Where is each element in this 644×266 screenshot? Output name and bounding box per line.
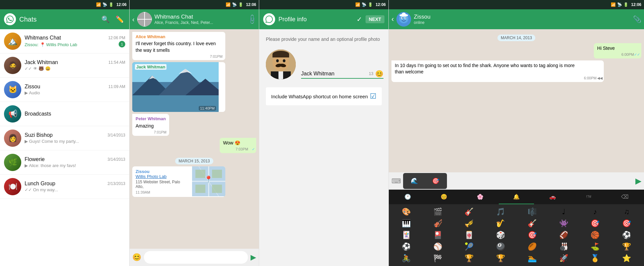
chat-item-suzi[interactable]: 👩 Suzi Bishop 3/14/2013 ▶ Guys! Come to … [0, 126, 129, 150]
zissou-messages[interactable]: MARCH 14, 2013 Hi Steve 6:00PM ✓✓ In 10 … [389, 29, 644, 172]
chat-item-jack[interactable]: 🧔 Jack Whitman 11:54 AM ✓✓ 👁 🐻 😄 [0, 53, 129, 78]
chat-top-broadcasts: Broadcasts [25, 111, 125, 117]
emoji-trumpet[interactable]: 🎺 [454, 218, 485, 229]
sticker-wave[interactable]: 🌊 [404, 174, 424, 188]
profile-photo-inner [266, 49, 296, 79]
emoji-flag[interactable]: 🏁 [422, 253, 453, 264]
emoji-soccer[interactable]: ⚽ [611, 229, 642, 240]
profile-photo-row: 13 😊 [266, 49, 382, 79]
emoji-tab-recent[interactable]: 🕐 [390, 190, 426, 204]
chat-item-whitmans[interactable]: 🏔️ Whitmans Chat 12:06 PM Zissou: 📍 Will… [0, 29, 129, 53]
msg-text-outgoing: Wow 😍 [223, 140, 240, 145]
emoji-guitar2[interactable]: 🎸 [517, 218, 548, 229]
back-button[interactable]: ‹ [132, 16, 135, 23]
emoji-note1[interactable]: ♩ [548, 206, 579, 217]
svg-rect-13 [212, 170, 222, 178]
chat-content-whitmans: Whitmans Chat 12:06 PM Zissou: 📍 Willis … [25, 35, 125, 47]
emoji-tab-delete[interactable]: ⌫ [607, 190, 643, 204]
zissou-panel: 📶 📡 🔋 12:06 ‹ [389, 0, 644, 266]
chat-item-lunch[interactable]: 🍽️ Lunch Group 2/13/2013 ✓✓ On my way... [0, 175, 129, 199]
svg-rect-15 [212, 185, 222, 193]
emoji-football[interactable]: 🏈 [548, 229, 579, 240]
emoji-tab-travel[interactable]: 🚗 [535, 190, 570, 204]
msg-image-jack: Jack Whitman 11:40PM [132, 62, 219, 112]
emoji-notes[interactable]: 🎵 [485, 206, 516, 217]
shortcut-checkbox[interactable]: ☑ [370, 92, 376, 101]
sticker-target[interactable]: 🎯 [426, 174, 446, 188]
emoji-tab-objects[interactable]: 🔔 [499, 190, 534, 204]
emoji-soccer2[interactable]: ⚽ [391, 241, 422, 252]
emoji-mahjong[interactable]: 🀄 [454, 229, 485, 240]
emoji-joker[interactable]: 🃏 [391, 229, 422, 240]
emoji-rocket[interactable]: 🚀 [548, 253, 579, 264]
emoji-tennis[interactable]: 🎾 [454, 241, 485, 252]
emoji-dice[interactable]: 🎲 [485, 229, 516, 240]
zissou-send-button[interactable]: ▶ [635, 176, 641, 186]
check-button[interactable]: ✓ [357, 15, 362, 23]
emoji-star[interactable]: ⭐ [611, 253, 642, 264]
emoji-target2[interactable]: 🎯 [611, 218, 642, 229]
keyboard-button[interactable]: ⌨ [391, 177, 401, 185]
emoji-basketball[interactable]: 🏀 [580, 229, 611, 240]
emoji-sax[interactable]: 🎷 [485, 218, 516, 229]
messages-area[interactable]: Alice Whitman I'll never forget this cou… [130, 29, 259, 249]
emoji-button[interactable]: 😊 [132, 253, 141, 262]
emoji-swim[interactable]: 🏊 [517, 253, 548, 264]
emoji-bike[interactable]: 🚴 [391, 253, 422, 264]
svg-point-34 [405, 18, 406, 18]
name-input[interactable] [301, 69, 368, 78]
emoji-space-invader[interactable]: 👾 [548, 218, 579, 229]
zissou-attach-button[interactable]: 📎 [633, 15, 641, 23]
emoji-tab-nature[interactable]: 🌸 [463, 190, 498, 204]
emoji-score[interactable]: 🎼 [517, 206, 548, 217]
emoji-tab-smileys[interactable]: 😊 [426, 190, 462, 204]
emoji-violin[interactable]: 🎻 [422, 218, 453, 229]
emoji-flower-cards[interactable]: 🎴 [422, 229, 453, 240]
emoji-palette[interactable]: 🎨 [391, 206, 422, 217]
emoji-name-button[interactable]: 😊 [375, 70, 383, 78]
zissou-back-button[interactable]: ‹ [391, 15, 394, 24]
date-text-march14: MARCH 14, 2013 [497, 35, 535, 41]
msg-row-alice: Alice Whitman I'll never forget this cou… [132, 32, 256, 62]
avatar-grid-4 [145, 19, 152, 27]
send-button[interactable]: ▶ [251, 253, 256, 262]
emoji-medal[interactable]: 🥇 [580, 253, 611, 264]
next-button[interactable]: NEXT [366, 15, 384, 23]
emoji-golf[interactable]: ⛳ [580, 241, 611, 252]
emoji-clapper[interactable]: 🎬 [422, 206, 453, 217]
chat-top-whitmans: Whitmans Chat 12:06 PM [25, 35, 125, 41]
emoji-baseball[interactable]: ⚾ [422, 241, 453, 252]
emoji-piano[interactable]: 🎹 [391, 218, 422, 229]
emoji-note2[interactable]: ♪ [580, 206, 611, 217]
time-1: 12:06 [116, 2, 127, 7]
whatsapp-logo-profile [263, 13, 275, 25]
emoji-target[interactable]: 🎯 [580, 218, 611, 229]
chat-preview-suzi: ▶ Guys! Come to my party... [25, 139, 79, 144]
profile-photo[interactable] [266, 49, 296, 79]
emoji-pool[interactable]: 🎱 [485, 241, 516, 252]
chat-top-flowerie: Flowerie 3/14/2013 [25, 156, 125, 162]
emoji-trophy[interactable]: 🏆 [611, 241, 642, 252]
map-image: 📍 [192, 166, 225, 196]
emoji-notes2[interactable]: ♫ [611, 206, 642, 217]
attach-button[interactable]: 📎 [246, 14, 258, 25]
chat-item-flowerie[interactable]: 🌿 Flowerie 3/14/2013 ▶ Alice: those are … [0, 150, 129, 175]
svg-point-35 [403, 19, 404, 20]
chat-item-broadcasts[interactable]: 📢 Broadcasts [0, 102, 129, 126]
message-input[interactable] [144, 251, 248, 264]
chat-name-whitmans: Whitmans Chat [25, 35, 61, 41]
emoji-bullseye[interactable]: 🎯 [517, 229, 548, 240]
svg-point-20 [276, 59, 279, 62]
emoji-guitar[interactable]: 🎸 [454, 206, 485, 217]
emoji-rugby[interactable]: 🏉 [517, 241, 548, 252]
emoji-tab-symbols[interactable]: !?# [571, 190, 606, 204]
chat-item-zissou[interactable]: 🐱 Zissou 11:09 AM ▶ Audio [0, 78, 129, 102]
group-chat-info: Whitmans Chat Alice, Francis, Jack, Ned,… [155, 14, 245, 25]
battery-icon-4: 🔋 [623, 2, 628, 7]
search-button[interactable]: 🔍 [100, 14, 111, 25]
emoji-trophy2[interactable]: 🏆 [454, 253, 485, 264]
emoji-trophy3[interactable]: 🏆 [485, 253, 516, 264]
emoji-bowling[interactable]: 🎳 [548, 241, 579, 252]
msg-row-10days: In 10 days I'm going to set out to find … [391, 60, 641, 84]
compose-button[interactable]: ✏️ [114, 14, 125, 25]
